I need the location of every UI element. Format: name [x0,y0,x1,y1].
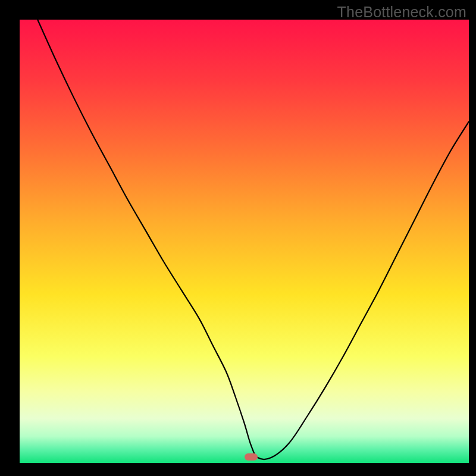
plot-area [20,20,469,463]
curve-layer [20,20,469,463]
bottleneck-curve [37,20,469,459]
watermark-text: TheBottleneck.com [337,4,466,21]
chart-stage: TheBottleneck.com [0,0,476,476]
optimum-marker [245,453,258,461]
